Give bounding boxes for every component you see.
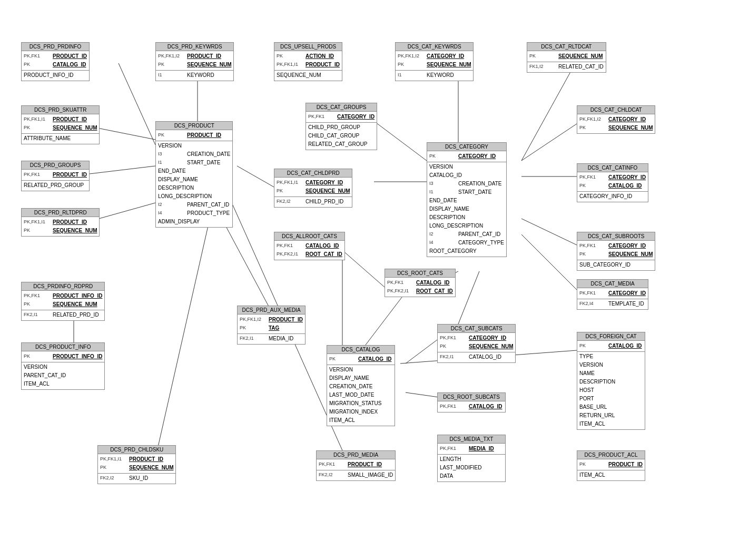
table-row: ITEM_ACL xyxy=(577,420,645,428)
row-key: PK,FK1 xyxy=(277,242,305,249)
row-key: I4 xyxy=(158,210,187,217)
table-title-dcs_product_acl: DCS_PRODUCT_ACL xyxy=(577,451,645,459)
row-key: PK,FK1,I1 xyxy=(24,219,53,225)
table-row: PK,FK1,I1PRODUCT_ID xyxy=(98,455,175,464)
table-row: PORT xyxy=(577,395,645,403)
row-key: PK,FK1,I1 xyxy=(100,456,129,463)
row-key: PK,FK1 xyxy=(579,242,608,249)
table-row: VERSION xyxy=(22,362,104,371)
table-row: PK,FK1,I2CATEGORY_ID xyxy=(396,52,473,61)
table-title-dcs_cat_subcats: DCS_CAT_SUBCATS xyxy=(438,325,515,333)
row-field: ACTION_ID xyxy=(305,53,334,60)
row-field: PRODUCT_ID xyxy=(53,116,87,123)
row-key: PK xyxy=(24,124,53,131)
row-field: RELATED_CAT_ID xyxy=(558,63,604,71)
table-row: PK,FK1,I2CATEGORY_ID xyxy=(577,115,655,124)
table-row: LENGTH xyxy=(438,454,505,464)
table-row: VERSION xyxy=(427,162,506,171)
row-field: CHILD_PRD_ID xyxy=(305,198,343,205)
table-row: I2PARENT_CAT_ID xyxy=(427,230,506,239)
table-row: CATALOG_ID xyxy=(427,171,506,180)
row-key: PK xyxy=(329,356,358,362)
row-field: ATTRIBUTE_NAME xyxy=(24,135,71,142)
table-dcs_category: DCS_CATEGORYPKCATEGORY_IDVERSIONCATALOG_… xyxy=(427,142,507,257)
table-row: I1KEYWORD xyxy=(396,70,473,80)
row-key: PK xyxy=(158,61,187,68)
table-row: I1START_DATE xyxy=(427,188,506,197)
table-row: PKSEQUENCE_NUM xyxy=(22,227,99,235)
table-dcs_root_subcats: DCS_ROOT_SUBCATSPK,FK1CATALOG_ID xyxy=(437,392,506,412)
row-field: SUB_CATEGORY_ID xyxy=(579,261,630,269)
table-row: FK2,I2CHILD_PRD_ID xyxy=(274,197,352,206)
row-field: CATALOG_ID xyxy=(53,61,86,68)
svg-line-16 xyxy=(521,219,577,245)
row-field: CATALOG_ID xyxy=(429,172,462,179)
row-field: SMALL_IMAGE_ID xyxy=(348,471,393,479)
table-row: PK,FK1CATEGORY_ID xyxy=(438,334,515,342)
table-dcs_foreign_cat: DCS_FOREIGN_CATPKCATALOG_IDTYPEVERSIONNA… xyxy=(577,332,645,430)
table-row: PKSEQUENCE_NUM xyxy=(527,52,606,61)
row-key: PK xyxy=(100,464,129,471)
table-dcs_prdinfo_rdprd: DCS_PRDINFO_RDPRDPK,FK1PRODUCT_INFO_IDPK… xyxy=(21,282,105,321)
table-title-dcs_root_cats: DCS_ROOT_CATS xyxy=(385,269,455,278)
row-key: PK,FK1 xyxy=(440,403,469,410)
row-field: VERSION xyxy=(158,142,182,150)
table-row: PK,FK1,I2PRODUCT_ID xyxy=(238,316,305,324)
row-field: PARENT_CAT_ID xyxy=(458,231,500,238)
table-dcs_prd_rltdprd: DCS_PRD_RLTDPRDPK,FK1,I1PRODUCT_IDPKSEQU… xyxy=(21,208,100,237)
table-title-dcs_cat_catinfo: DCS_CAT_CATINFO xyxy=(577,164,648,172)
row-field: PRODUCT_TYPE xyxy=(187,210,230,217)
table-row: DISPLAY_NAME xyxy=(327,374,395,382)
row-field: SEQUENCE_NUM xyxy=(187,61,231,68)
row-key: PK xyxy=(24,353,53,360)
row-field: PRODUCT_ID xyxy=(305,61,340,68)
row-key: PK,FK1 xyxy=(319,461,348,468)
row-key: PK xyxy=(579,251,608,258)
table-row: PKSEQUENCE_NUM xyxy=(22,300,104,309)
table-row: MIGRATION_INDEX xyxy=(327,408,395,416)
table-row: I1START_DATE xyxy=(156,159,232,167)
table-dcs_root_cats: DCS_ROOT_CATSPK,FK1CATALOG_IDPK,FK2,I1RO… xyxy=(385,269,456,297)
row-field: CATALOG_ID xyxy=(416,279,450,287)
table-dcs_cat_subcats: DCS_CAT_SUBCATSPK,FK1CATEGORY_IDPKSEQUEN… xyxy=(437,324,516,363)
table-dcs_product_acl: DCS_PRODUCT_ACLPKPRODUCT_IDITEM_ACL xyxy=(577,450,645,481)
row-field: ADMIN_DISPLAY xyxy=(158,218,200,225)
table-row: FK2,I2SMALL_IMAGE_ID xyxy=(317,470,395,479)
row-key: I2 xyxy=(158,201,187,208)
row-field: CHILD_CAT_GROUP xyxy=(308,132,359,140)
table-dcs_allroot_cats: DCS_ALLROOT_CATSPK,FK1CATALOG_IDPK,FK2,I… xyxy=(274,232,345,260)
table-row: FK2,I1CATALOG_ID xyxy=(438,352,515,361)
row-field: SEQUENCE_NUM xyxy=(53,227,97,234)
row-key: FK1,I2 xyxy=(529,63,558,70)
table-row: FK2,I1MEDIA_ID xyxy=(238,333,305,343)
table-row: I4CATEGORY_TYPE xyxy=(427,239,506,247)
row-key: PK,FK1,I2 xyxy=(398,53,427,60)
row-field: DESCRIPTION xyxy=(579,378,615,386)
row-key: PK,FK1 xyxy=(24,53,53,60)
table-row: PKTAG xyxy=(238,324,305,332)
row-field: CATALOG_ID xyxy=(608,342,642,350)
row-field: SEQUENCE_NUM xyxy=(608,124,653,132)
table-dcs_cat_rltdcat: DCS_CAT_RLTDCATPKSEQUENCE_NUMFK1,I2RELAT… xyxy=(527,42,606,73)
table-title-dcs_cat_chldprd: DCS_CAT_CHLDPRD xyxy=(274,169,352,178)
table-dcs_prd_media: DCS_PRD_MEDIAPK,FK1PRODUCT_IDFK2,I2SMALL… xyxy=(316,450,396,481)
row-key: PK,FK1 xyxy=(24,292,53,299)
row-field: PRODUCT_ID xyxy=(269,316,303,323)
svg-line-12 xyxy=(342,250,385,287)
table-row: PK,FK1CATALOG_ID xyxy=(274,242,344,250)
row-field: END_DATE xyxy=(429,197,457,204)
table-title-dcs_prd_prdinfo: DCS_PRD_PRDINFO xyxy=(22,43,89,51)
row-field: LONG_DESCRIPTION xyxy=(158,193,212,200)
table-row: CATEGORY_INFO_ID xyxy=(577,191,648,201)
table-row: ITEM_ACL xyxy=(327,416,395,425)
row-key: PK,FK2,I1 xyxy=(277,251,305,258)
row-field: LENGTH xyxy=(440,456,461,463)
row-key: PK,FK1 xyxy=(24,171,53,178)
row-field: HOST xyxy=(579,387,594,394)
table-row: END_DATE xyxy=(427,197,506,205)
table-title-dcs_category: DCS_CATEGORY xyxy=(427,143,506,151)
row-field: DATA xyxy=(440,473,453,480)
table-row: PK,FK2,I1ROOT_CAT_ID xyxy=(274,250,344,259)
table-row: PK,FK1MEDIA_ID xyxy=(438,445,505,453)
row-key: PK,FK1 xyxy=(440,335,469,341)
